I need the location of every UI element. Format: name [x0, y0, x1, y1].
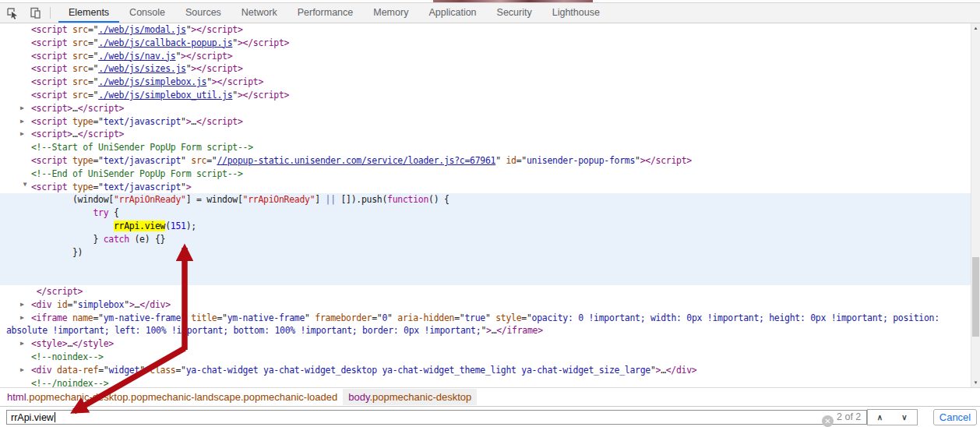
code-token-tag: ></script> [191, 63, 242, 74]
code-line[interactable]: <script src="./web/js/sizes.js"></script… [0, 62, 971, 76]
code-token-tag: <script [31, 24, 67, 35]
code-line[interactable] [0, 272, 971, 285]
tab-memory[interactable]: Memory [363, 3, 418, 23]
tab-lighthouse[interactable]: Lighthouse [542, 3, 610, 23]
code-line[interactable]: <!--End of UniSender PopUp Form script--… [0, 168, 971, 181]
search-input[interactable]: rrApi.view [6, 410, 867, 425]
code-token-p: { [108, 207, 118, 218]
toolbar-divider [50, 7, 51, 19]
tab-application[interactable]: Application [418, 3, 486, 23]
code-token-tag: <script [31, 37, 67, 48]
code-token-p: =" [93, 116, 104, 127]
collapse-arrow-icon[interactable]: ▶ [19, 182, 32, 192]
cancel-button[interactable]: Cancel [933, 409, 977, 425]
code-token-str: "rrApiOnReady" [243, 194, 316, 205]
tab-console[interactable]: Console [119, 3, 175, 23]
code-token-p: " [232, 90, 238, 101]
code-line[interactable]: }) [0, 246, 971, 259]
tab-network[interactable]: Network [231, 3, 287, 23]
scroll-up-icon[interactable]: ▲ [971, 23, 980, 33]
code-token-tag: </script> [78, 103, 125, 114]
scrollbar[interactable]: ▲ ▼ [971, 23, 980, 387]
expand-arrow-icon[interactable]: ▶ [20, 115, 30, 129]
code-line[interactable]: } catch (e) {} [0, 233, 971, 246]
code-token-attr: id [501, 155, 516, 166]
inspect-element-icon[interactable] [0, 3, 23, 23]
code-token-p: =" [372, 312, 382, 323]
code-line[interactable]: <script src="./web/js/simplebox.js"></sc… [0, 76, 971, 89]
expand-arrow-icon[interactable]: ▶ [20, 312, 30, 325]
previous-match-button[interactable]: ∧ [867, 409, 893, 425]
code-line[interactable]: <script src="./web/js/simplebox_util.js"… [0, 89, 971, 102]
code-token-attr: src [67, 90, 88, 101]
tab-security[interactable]: Security [487, 3, 542, 23]
code-token-val: unisender-popup-forms [527, 155, 635, 166]
code-token-p: }) [31, 247, 83, 258]
scrollbar-thumb[interactable] [972, 257, 979, 337]
expand-arrow-icon[interactable]: ▶ [20, 102, 30, 115]
code-line[interactable]: ▶<script type="text/javascript">…</scrip… [0, 115, 971, 129]
code-token-val: ya-chat-widget ya-chat-widget_desktop ya… [186, 365, 650, 376]
code-line[interactable]: <!--Start of UniSender PopUp Form script… [0, 141, 971, 154]
code-token-p: " [387, 312, 393, 323]
code-line[interactable]: </script> [0, 285, 971, 298]
tab-sources[interactable]: Sources [175, 3, 231, 23]
code-token-p: ] = window[ [186, 194, 243, 205]
next-match-button[interactable]: ∨ [892, 409, 918, 425]
code-token-tag: <div [31, 365, 52, 376]
code-token-attr: title [186, 312, 217, 323]
code-line[interactable] [0, 259, 971, 272]
code-token-str: "rrApiOnReady" [114, 194, 186, 205]
tab-performance[interactable]: Performance [287, 3, 364, 23]
code-line[interactable]: <!--noindex--> [0, 351, 971, 364]
device-toolbar-icon[interactable] [23, 3, 47, 23]
code-token-p: " [181, 116, 186, 127]
code-line[interactable]: ▶<div id="simplebox">…</div> [0, 298, 971, 312]
code-line[interactable]: ▶<style>…</style> [0, 337, 971, 351]
tab-elements[interactable]: Elements [58, 3, 119, 23]
code-line[interactable]: ▶<script type="text/javascript"> [0, 181, 971, 194]
code-line[interactable]: try { [0, 206, 971, 220]
code-token-tag: > [129, 299, 135, 310]
expand-arrow-icon[interactable]: ▶ [20, 298, 30, 312]
code-token-val: ym-native-frame [104, 312, 181, 323]
code-token-p: =" [88, 90, 98, 101]
code-token-tag: <script [31, 116, 67, 127]
code-token-p: } [31, 234, 104, 245]
code-token-tag: </div> [139, 299, 171, 310]
code-token-p: ); [186, 221, 196, 231]
code-line[interactable]: rrApi.view(151); [0, 220, 971, 233]
code-token-p: =" [88, 63, 98, 74]
expand-arrow-icon[interactable]: ▶ [20, 364, 30, 377]
code-token-p: =" [88, 51, 98, 62]
code-token-tag: </script> [78, 129, 125, 139]
code-line[interactable]: <script src="./web/js/nav.js"></script> [0, 50, 971, 63]
code-line[interactable]: ▶<div data-ref="widget" class="ya-chat-w… [0, 364, 971, 377]
code-token-p: (window[ [31, 194, 114, 205]
code-token-attr: src [67, 24, 88, 35]
code-token-tag: <script [31, 63, 67, 74]
code-token-val: ym-native-frame [227, 312, 305, 323]
code-line[interactable]: (window["rrApiOnReady"] = window["rrApiO… [0, 193, 971, 206]
code-line[interactable]: <!--/noindex--> [0, 377, 971, 387]
code-line[interactable]: absolute !important; left: 100% !importa… [0, 324, 971, 337]
scroll-down-icon[interactable]: ▼ [971, 378, 980, 387]
code-token-p: =" [521, 312, 531, 323]
breadcrumb-item-html[interactable]: html.popmechanic-desktop.popmechanic-lan… [2, 389, 343, 405]
code-token-tag: ></script> [238, 37, 289, 48]
code-line[interactable]: ▶<iframe name="ym-native-frame" title="y… [0, 312, 971, 325]
clear-search-icon[interactable]: ✕ [822, 415, 834, 427]
breadcrumb-classes: .popmechanic-desktop [369, 391, 471, 403]
code-token-p: ] [315, 194, 325, 205]
breadcrumb-tag: html [7, 391, 26, 403]
breadcrumb-item-body[interactable]: body.popmechanic-desktop [343, 389, 477, 405]
code-line[interactable]: <script src="./web/js/modal.js"></script… [0, 23, 971, 37]
expand-arrow-icon[interactable]: ▶ [20, 128, 30, 141]
expand-arrow-icon[interactable]: ▶ [20, 337, 30, 351]
code-token-link: ./web/js/simplebox_util.js [98, 90, 232, 101]
code-line[interactable]: ▶<script>…</script> [0, 102, 971, 115]
code-token-tag: > [186, 182, 192, 192]
code-line[interactable]: <script type="text/javascript" src="//po… [0, 154, 971, 168]
code-line[interactable]: ▶<script>…</script> [0, 128, 971, 141]
code-line[interactable]: <script src="./web/js/callback-popup.js"… [0, 37, 971, 50]
